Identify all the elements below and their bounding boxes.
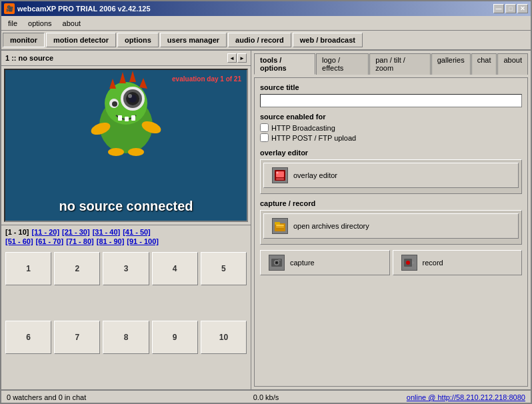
range-11-20[interactable]: [11 - 20] [31,228,59,236]
toolbar-users-manager[interactable]: users manager [160,33,227,47]
toolbar-motion-detector[interactable]: motion detector [46,33,116,47]
tab-logo-effects[interactable]: logo / effects [316,53,369,75]
trial-text: evaluation day 1 of 21 [172,75,241,83]
source-title-label: source title [260,83,522,91]
online-link[interactable]: online @ http://58.210.212.218:8080 [353,393,525,401]
range-81-90[interactable]: [81 - 90] [97,237,125,245]
range-1-10[interactable]: [1 - 10] [5,228,29,236]
record-btn-label: record [423,259,443,267]
svg-point-15 [108,148,124,156]
preset-10[interactable]: 10 [201,321,247,354]
nav-arrows: ◄ ► [227,53,247,63]
record-button[interactable]: record [393,250,523,275]
range-31-40[interactable]: [31 - 40] [93,228,121,236]
menu-options[interactable]: options [23,18,57,29]
preset-4[interactable]: 4 [152,252,198,285]
tab-about[interactable]: about [497,53,528,75]
archives-box: open archives directory [260,210,522,245]
status-bar: 0 watchers and 0 in chat 0.0 kb/s online… [1,389,531,404]
mascot-area [5,70,247,161]
capture-button[interactable]: capture [260,250,390,275]
overlay-editor-icon [272,167,288,183]
range-row-1: [1 - 10] [11 - 20] [21 - 30] [31 - 40] [… [5,228,247,236]
svg-rect-22 [276,178,284,180]
overlay-editor-button[interactable]: overlay editor [263,163,519,188]
range-51-60[interactable]: [51 - 60] [5,237,33,245]
capture-icon [269,255,285,271]
http-post-row: HTTP POST / FTP upload [260,133,522,142]
right-panel: tools / options logo / effects pan / til… [251,51,531,389]
nav-prev[interactable]: ◄ [227,53,237,63]
range-61-70[interactable]: [61 - 70] [36,237,64,245]
http-broadcast-label: HTTP Broadcasting [271,124,335,132]
panel-content: source title source enabled for HTTP Bro… [254,77,528,387]
toolbar-web-broadcast[interactable]: web / broadcast [293,33,363,47]
preset-3[interactable]: 3 [103,252,149,285]
source-name: 1 :: no source [5,54,53,62]
overlay-editor-section-label: overlay editor [260,149,522,157]
svg-point-6 [128,94,132,98]
toolbar-monitor[interactable]: monitor [3,33,45,47]
minimize-button[interactable]: — [493,4,504,13]
range-41-50[interactable]: [41 - 50] [123,228,151,236]
preset-2[interactable]: 2 [54,252,100,285]
title-bar: 🎥 webcamXP PRO TRIAL 2006 v2.42.125 — □ … [1,1,531,16]
overlay-editor-box: overlay editor [260,159,522,194]
archives-icon [272,218,288,234]
preset-9[interactable]: 9 [152,321,198,354]
svg-rect-26 [276,225,284,226]
preset-1[interactable]: 1 [5,252,51,285]
record-icon [401,255,417,271]
window-title: webcamXP PRO TRIAL 2006 v2.42.125 [17,5,493,13]
source-enabled-label: source enabled for [260,113,522,121]
toolbar-audio-record[interactable]: audio / record [228,33,291,47]
tab-galleries[interactable]: galleries [431,53,471,75]
overlay-editor-btn-label: overlay editor [293,171,337,179]
capture-record-row: capture record [260,250,522,275]
svg-marker-12 [139,78,147,89]
menu-file[interactable]: file [3,18,23,29]
open-archives-button[interactable]: open archives directory [263,213,519,239]
tab-bar: tools / options logo / effects pan / til… [254,53,528,75]
toolbar-options[interactable]: options [117,33,159,47]
close-button[interactable]: ✕ [517,4,528,13]
svg-rect-17 [118,115,122,121]
preset-8[interactable]: 8 [103,321,149,354]
http-post-checkbox[interactable] [260,133,269,142]
svg-rect-27 [276,227,284,227]
preset-7[interactable]: 7 [54,321,100,354]
range-row-2: [51 - 60] [61 - 70] [71 - 80] [81 - 90] … [5,237,247,245]
http-broadcast-row: HTTP Broadcasting [260,123,522,132]
source-header: 1 :: no source ◄ ► [1,51,251,66]
speed-status: 0.0 kb/s [179,393,352,401]
tab-pan-tilt-zoom[interactable]: pan / tilt / zoom [369,53,430,75]
nav-next[interactable]: ► [237,53,247,63]
capture-btn-label: capture [290,259,315,267]
maximize-button[interactable]: □ [505,4,516,13]
range-91-100[interactable]: [91 - 100] [127,237,159,245]
toolbar: monitor motion detector options users ma… [1,31,531,51]
svg-point-31 [276,262,277,263]
video-area: evaluation day 1 of 21 [4,69,248,222]
app-icon: 🎥 [4,3,15,14]
menu-about[interactable]: about [57,18,87,29]
open-archives-btn-label: open archives directory [293,222,369,230]
tab-chat[interactable]: chat [471,53,497,75]
preset-grid: 1 2 3 4 5 6 7 8 9 10 [1,249,251,389]
svg-marker-34 [412,261,415,265]
window-controls: — □ ✕ [493,4,528,13]
svg-marker-9 [109,79,116,89]
preset-ranges: [1 - 10] [11 - 20] [21 - 30] [31 - 40] [… [1,225,251,249]
http-post-label: HTTP POST / FTP upload [271,134,356,142]
svg-point-35 [406,261,410,265]
svg-marker-11 [129,71,136,82]
no-source-text: no source connected [5,199,247,214]
svg-rect-25 [275,222,280,225]
preset-5[interactable]: 5 [201,252,247,285]
http-broadcast-checkbox[interactable] [260,123,269,132]
range-71-80[interactable]: [71 - 80] [66,237,94,245]
preset-6[interactable]: 6 [5,321,51,354]
range-21-30[interactable]: [21 - 30] [62,228,90,236]
source-title-input[interactable] [260,94,522,107]
tab-tools-options[interactable]: tools / options [254,53,315,75]
